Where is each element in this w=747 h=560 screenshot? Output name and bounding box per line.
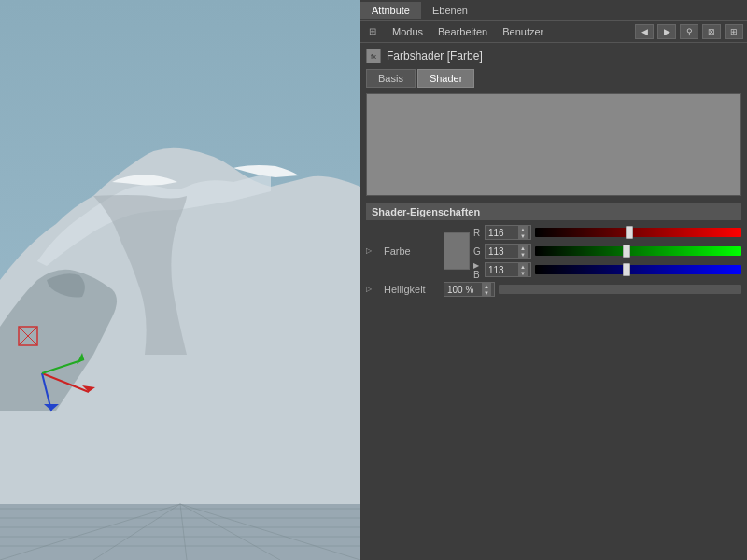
helligkeit-spinners: ▲ ▼ <box>482 283 491 296</box>
channel-b-up[interactable]: ▲ <box>518 263 528 270</box>
right-panel: Attribute Ebenen ⊞ Modus Bearbeiten Benu… <box>360 0 747 560</box>
channel-r-row: R 116 ▲ ▼ <box>473 224 741 241</box>
helligkeit-up[interactable]: ▲ <box>482 283 491 289</box>
svg-rect-1 <box>0 504 360 560</box>
channel-r-label: R <box>473 228 485 238</box>
channel-b-handle[interactable] <box>623 263 630 276</box>
tab-basis[interactable]: Basis <box>366 69 416 88</box>
helligkeit-value: 100 % <box>447 285 482 295</box>
channel-b-track <box>535 265 741 274</box>
channel-g-label: G <box>473 246 485 257</box>
shader-title-text: Farbshader [Farbe] <box>387 49 483 63</box>
channel-g-input[interactable]: 113 ▲ ▼ <box>485 244 531 259</box>
btn-arrow-left[interactable]: ◀ <box>635 24 654 39</box>
channel-g-slider[interactable] <box>535 245 741 258</box>
channel-g-row: G 113 ▲ ▼ <box>473 243 741 259</box>
channel-b-spinners: ▲ ▼ <box>518 263 528 276</box>
channel-r-input[interactable]: 116 ▲ ▼ <box>485 225 531 240</box>
section-shader-eigenschaften: Shader-Eigenschaften <box>366 203 741 220</box>
helligkeit-toggle[interactable]: ▷ <box>366 285 375 294</box>
channel-r-value: 116 <box>488 228 518 238</box>
menu-bearbeiten[interactable]: Bearbeiten <box>430 24 495 39</box>
menu-bar: ⊞ Modus Bearbeiten Benutzer ◀ ▶ ⚲ ⊠ ⊞ <box>360 21 747 43</box>
channel-r-up[interactable]: ▲ <box>518 226 528 232</box>
farbe-label: Farbe <box>378 245 444 257</box>
btn-lock[interactable]: ⊠ <box>702 24 721 39</box>
farbe-swatch[interactable] <box>444 232 470 270</box>
menu-icon: ⊞ <box>364 23 381 40</box>
farbe-row: ▷ Farbe R 116 ▲ ▼ <box>366 224 741 278</box>
tab-attribute[interactable]: Attribute <box>360 2 421 19</box>
helligkeit-label: Helligkeit <box>378 284 444 295</box>
panel-content: fx Farbshader [Farbe] Basis Shader Shade… <box>360 43 747 560</box>
helligkeit-row: ▷ Helligkeit 100 % ▲ ▼ <box>366 282 741 297</box>
menu-right-buttons: ◀ ▶ ⚲ ⊠ ⊞ <box>635 24 743 39</box>
channel-b-input[interactable]: 113 ▲ ▼ <box>485 262 531 277</box>
btn-arrow-right[interactable]: ▶ <box>657 24 676 39</box>
channel-r-track <box>535 228 741 237</box>
viewport-3d[interactable] <box>0 0 360 560</box>
channel-r-slider[interactable] <box>535 226 741 239</box>
channel-b-down[interactable]: ▼ <box>518 270 528 276</box>
sub-tab-bar: Basis Shader <box>366 69 741 88</box>
channel-g-track <box>535 246 741 256</box>
channel-b-row: ▶ B 113 ▲ ▼ <box>473 261 741 278</box>
channel-g-spinners: ▲ ▼ <box>518 245 528 258</box>
shader-title-bar: fx Farbshader [Farbe] <box>366 49 741 63</box>
helligkeit-down[interactable]: ▼ <box>482 289 491 296</box>
tab-shader[interactable]: Shader <box>417 69 474 88</box>
farbe-toggle[interactable]: ▷ <box>366 246 375 256</box>
channel-r-down[interactable]: ▼ <box>518 232 528 239</box>
tab-ebenen[interactable]: Ebenen <box>421 2 479 19</box>
color-preview-area <box>366 93 741 196</box>
channel-b-slider[interactable] <box>535 263 741 276</box>
channel-group: R 116 ▲ ▼ G <box>473 224 741 278</box>
channel-b-value: 113 <box>488 265 518 275</box>
channel-b-label: ▶ B <box>473 259 485 280</box>
channel-g-value: 113 <box>488 246 518 257</box>
channel-r-spinners: ▲ ▼ <box>518 226 528 239</box>
top-tab-bar: Attribute Ebenen <box>360 0 747 21</box>
channel-g-up[interactable]: ▲ <box>518 245 528 251</box>
helligkeit-slider[interactable] <box>499 285 741 294</box>
channel-g-down[interactable]: ▼ <box>518 251 528 258</box>
btn-search[interactable]: ⚲ <box>680 24 698 39</box>
shader-icon: fx <box>366 49 381 63</box>
channel-g-handle[interactable] <box>623 245 630 258</box>
channel-r-handle[interactable] <box>626 226 633 239</box>
menu-modus[interactable]: Modus <box>385 24 430 39</box>
btn-grid[interactable]: ⊞ <box>725 24 743 39</box>
helligkeit-input[interactable]: 100 % ▲ ▼ <box>444 282 495 297</box>
menu-benutzer[interactable]: Benutzer <box>495 24 551 39</box>
